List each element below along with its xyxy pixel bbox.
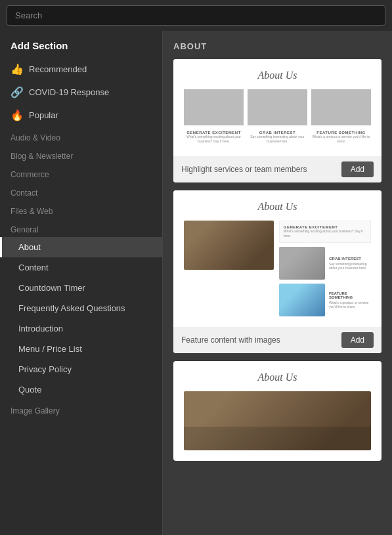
card-1-title: About Us [184,70,371,81]
sidebar-title: Add Section [0,31,162,58]
main-content: ABOUT About Us GENERATE EXCITEMENT What'… [163,31,392,535]
card-2-interest-text: Say something interesting about your bus… [329,262,371,270]
card-2-right-bottom: FEATURE SOMETHING What's a product or se… [279,284,371,316]
card-2-left [184,221,274,316]
card-2-right-mid: GRAB INTEREST Say something interesting … [279,247,371,280]
sidebar-item-content[interactable]: Content [0,257,162,278]
card-1-image-3 [311,89,371,125]
search-bar [0,0,392,31]
card-2-layout: GENERATE EXCITEMENT What's something exc… [184,221,371,316]
card-2-mid-text: GRAB INTEREST Say something interesting … [329,247,371,280]
card-2-preview: About Us GENERATE EXCITEMENT What's some… [173,190,381,327]
card-2-feature-text: What's a product or service you'd like t… [329,301,371,309]
card-1-col-1: GENERATE EXCITEMENT What's something exc… [184,131,244,143]
card-2-footer: Feature content with images Add [173,327,381,353]
search-input[interactable] [7,5,385,26]
card-1-col-2-text: Say something interesting about your bus… [248,135,307,143]
sidebar-item-recommended-label: Recommended [29,64,87,74]
card-2-title: About Us [184,201,371,213]
card-2-interest-label: GRAB INTEREST [329,257,371,261]
card-1-col-2: GRAB INTEREST Say something interesting … [248,131,307,143]
sidebar-item-popular-label: Popular [29,110,58,120]
card-1-labels: GENERATE EXCITEMENT What's something exc… [184,131,371,143]
category-image-gallery: Image Gallery [0,400,162,418]
card-1-image-1 [184,89,244,125]
sidebar-item-covid-label: COVID-19 Response [29,87,109,97]
sidebar-item-faq[interactable]: Frequently Asked Questions [0,298,162,318]
card-1-add-button[interactable]: Add [341,161,374,177]
card-1-image-2 [248,89,307,125]
card-1-description: Highlight services or team members [181,165,307,174]
card-2-add-button[interactable]: Add [341,332,374,348]
category-blog: Blog & Newsletter [0,145,162,163]
category-contact: Contact [0,182,162,200]
card-2-feature-label: FEATURE SOMETHING [329,291,371,299]
card-1-col-3: FEATURE SOMETHING What's a product or se… [311,131,371,143]
card-3-overlay [184,427,371,450]
sidebar-item-about[interactable]: About [0,237,162,257]
link-icon: 🔗 [11,86,24,98]
sidebar: Add Section 👍 Recommended 🔗 COVID-19 Res… [0,31,163,535]
fire-icon: 🔥 [11,109,24,121]
card-3-preview: About Us [173,361,381,461]
sidebar-item-privacy-policy[interactable]: Privacy Policy [0,359,162,379]
sidebar-item-introduction[interactable]: Introduction [0,318,162,339]
card-1-footer: Highlight services or team members Add [173,156,381,182]
card-2-right-top: GENERATE EXCITEMENT What's something exc… [279,221,371,243]
sidebar-item-quote[interactable]: Quote [0,379,162,400]
sidebar-item-popular[interactable]: 🔥 Popular [0,104,162,127]
card-1-images [184,89,371,125]
sidebar-item-recommended[interactable]: 👍 Recommended [0,58,162,81]
card-2-bottom-image [279,284,325,316]
category-commerce: Commerce [0,163,162,182]
card-1-preview: About Us GENERATE EXCITEMENT What's some… [173,59,381,156]
card-1-col-3-text: What's a product or service you'd like t… [311,135,371,143]
card-1: About Us GENERATE EXCITEMENT What's some… [173,59,381,182]
main-section-title: ABOUT [173,41,381,51]
category-audio-video: Audio & Video [0,127,162,145]
card-2-main-image [184,221,274,270]
card-2: About Us GENERATE EXCITEMENT What's some… [173,190,381,353]
category-general: General [0,219,162,237]
card-3-image [184,391,371,450]
card-3-title: About Us [184,372,371,383]
sidebar-item-covid[interactable]: 🔗 COVID-19 Response [0,81,162,104]
card-1-col-1-text: What's something exciting about your bus… [184,135,244,143]
thumbs-up-icon: 👍 [11,63,24,75]
card-2-description: Feature content with images [181,335,280,345]
category-files-web: Files & Web [0,200,162,219]
card-3: About Us [173,361,381,461]
main-layout: Add Section 👍 Recommended 🔗 COVID-19 Res… [0,31,392,535]
sidebar-item-menu-price[interactable]: Menu / Price List [0,339,162,359]
card-2-excitement-text: What's something exciting about your bus… [284,229,366,238]
card-2-right: GENERATE EXCITEMENT What's something exc… [279,221,371,316]
sidebar-item-countdown-timer[interactable]: Countdown Timer [0,278,162,298]
card-2-bottom-text: FEATURE SOMETHING What's a product or se… [329,284,371,316]
card-2-mid-image [279,247,325,280]
